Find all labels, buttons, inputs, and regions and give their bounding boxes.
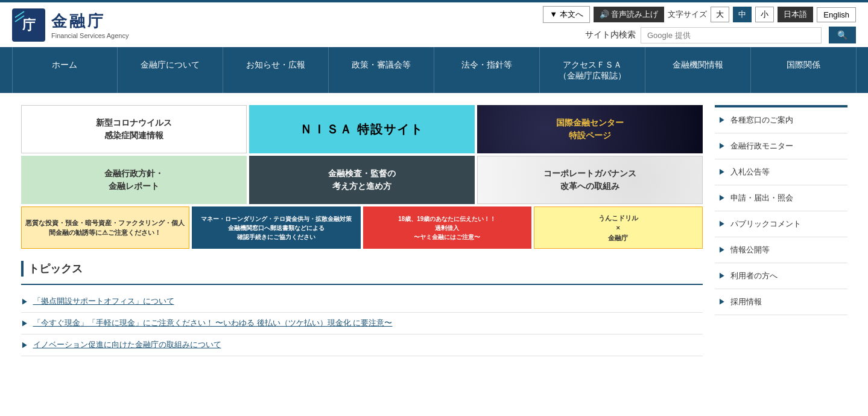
nav-policy[interactable]: 政策・審議会等 <box>329 47 434 93</box>
banner-money[interactable]: マネー・ローンダリング・テロ資金供与・拡散金融対策金融機関窓口へ郵送書類などによ… <box>192 206 361 249</box>
sidebar-arrow-6: ▶ <box>718 271 726 281</box>
banner-nisa[interactable]: ＮＩＳＡ 特設サイト <box>249 105 475 153</box>
sidebar-arrow-7: ▶ <box>718 297 726 307</box>
banner-corporate[interactable]: コーポレートガバナンス改革への取組み <box>477 156 703 204</box>
banner-kinyu-hoshin[interactable]: 金融行政方針・金融レポート <box>21 156 247 204</box>
sidebar-item-public-comment[interactable]: ▶ パブリックコメント <box>715 211 847 237</box>
banner-kashisugiri[interactable]: 18歳、19歳のあなたに伝えたい！！過剰借入〜ヤミ金融にはご注意〜 <box>363 206 532 249</box>
search-input-wrap <box>641 27 824 43</box>
nav-international[interactable]: 国際関係 <box>751 47 857 93</box>
nav-financial-info[interactable]: 金融機関情報 <box>645 47 751 93</box>
topic-arrow-2: ▶ <box>21 341 28 351</box>
nav-home[interactable]: ホーム <box>12 47 118 93</box>
banner-corona[interactable]: 新型コロナウイルス感染症関連情報 <box>21 105 247 153</box>
nav-about[interactable]: 金融庁について <box>118 47 223 93</box>
topic-item-0[interactable]: ▶ 「拠点開設サポートオフィス」について <box>21 291 703 313</box>
logo-area: 庁 金融庁 Financial Services Agency <box>12 8 128 42</box>
logo-title: 金融庁 <box>51 11 128 32</box>
nav-inner: ホーム 金融庁について お知らせ・広報 政策・審議会等 法令・指針等 アクセスＦ… <box>12 47 857 93</box>
logo-subtitle: Financial Services Agency <box>51 32 128 39</box>
sidebar-label-4: パブリックコメント <box>730 219 801 229</box>
onsei-button[interactable]: 🔊 音声読み上げ <box>594 7 665 22</box>
top-section: 庁 金融庁 Financial Services Agency ▼ 本文へ 🔊 … <box>0 2 868 47</box>
banner-kokusai[interactable]: 国際金融センター特設ページ <box>477 105 703 153</box>
banner-row1: 新型コロナウイルス感染症関連情報 ＮＩＳＡ 特設サイト 国際金融センター特設ペー… <box>21 105 703 153</box>
font-small-button[interactable]: 小 <box>755 7 774 22</box>
sidebar-label-1: 金融行政モニター <box>730 141 793 152</box>
main-content: 新型コロナウイルス感染症関連情報 ＮＩＳＡ 特設サイト 国際金融センター特設ペー… <box>12 93 857 368</box>
sidebar-arrow-3: ▶ <box>718 193 726 203</box>
sidebar-item-saiyou[interactable]: ▶ 採用情報 <box>715 289 847 315</box>
topic-arrow-1: ▶ <box>21 319 28 329</box>
sidebar-arrow-5: ▶ <box>718 245 726 255</box>
topic-link-0[interactable]: 「拠点開設サポートオフィス」について <box>33 296 174 307</box>
sidebar-arrow-1: ▶ <box>718 141 726 152</box>
logo-icon: 庁 <box>12 8 45 42</box>
sidebar-label-3: 申請・届出・照会 <box>730 193 793 203</box>
banner-row2: 金融行政方針・金融レポート 金融検査・監督の考え方と進め方 コーポレートガバナン… <box>21 156 703 204</box>
sidebar-arrow-4: ▶ <box>718 219 726 229</box>
topics-title: トピックス <box>28 261 83 276</box>
sidebar-item-nyusatsu[interactable]: ▶ 入札公告等 <box>715 159 847 185</box>
sidebar-label-5: 情報公開等 <box>730 245 770 255</box>
search-input[interactable] <box>641 27 822 43</box>
nav-law[interactable]: 法令・指針等 <box>434 47 540 93</box>
topics-section: トピックス ▶ 「拠点開設サポートオフィス」について ▶ 「今すぐ現金」「手軽に… <box>21 261 703 356</box>
topic-item-1[interactable]: ▶ 「今すぐ現金」「手軽に現金」にご注意ください！ 〜いわゆる 後払い（ツケ払い… <box>21 313 703 334</box>
nav-bar: ホーム 金融庁について お知らせ・広報 政策・審議会等 法令・指針等 アクセスＦ… <box>0 47 868 93</box>
search-label: サイト内検索 <box>585 30 636 40</box>
sidebar-arrow-0: ▶ <box>718 115 726 126</box>
search-button[interactable]: 🔍 <box>829 27 856 43</box>
banner-kensa[interactable]: 金融検査・監督の考え方と進め方 <box>249 156 475 204</box>
sidebar-label-6: 利用者の方へ <box>730 270 778 281</box>
sidebar-label-0: 各種窓口のご案内 <box>730 115 793 126</box>
nav-news[interactable]: お知らせ・広報 <box>223 47 329 93</box>
topic-item-2[interactable]: ▶ イノベーション促進に向けた金融庁の取組みについて <box>21 334 703 356</box>
sidebar-label-2: 入札公告等 <box>730 167 770 178</box>
banner-row3: 悪質な投資・預金・暗号資産・ファクタリング・個人間金融の勧誘等に⚠ご注意ください… <box>21 206 703 249</box>
topics-title-bar <box>21 261 24 277</box>
topic-link-1[interactable]: 「今すぐ現金」「手軽に現金」にご注意ください！ 〜いわゆる 後払い（ツケ払い）現… <box>33 318 393 328</box>
lang-ja-button[interactable]: 日本語 <box>778 7 813 22</box>
sidebar-arrow-2: ▶ <box>718 167 726 178</box>
sidebar-item-joho-kokai[interactable]: ▶ 情報公開等 <box>715 237 847 263</box>
sidebar-item-riyosha[interactable]: ▶ 利用者の方へ <box>715 263 847 289</box>
sidebar-item-monitor[interactable]: ▶ 金融行政モニター <box>715 133 847 159</box>
nav-access-fsa[interactable]: アクセスＦＳＡ（金融庁広報誌） <box>540 47 645 93</box>
topic-arrow-0: ▶ <box>21 297 28 307</box>
sidebar-label-7: 採用情報 <box>730 296 762 307</box>
topic-link-2[interactable]: イノベーション促進に向けた金融庁の取組みについて <box>33 339 221 350</box>
topics-divider <box>21 284 703 285</box>
banner-unko[interactable]: うんこドリル×金融庁 <box>534 206 703 249</box>
font-size-label: 文字サイズ <box>668 9 707 20</box>
font-mid-button[interactable]: 中 <box>733 7 752 22</box>
svg-text:庁: 庁 <box>22 18 36 33</box>
sidebar-right: ▶ 各種窓口のご案内 ▶ 金融行政モニター ▶ 入札公告等 ▶ 申請・届出・照会… <box>715 105 847 356</box>
sidebar-item-shinsei[interactable]: ▶ 申請・届出・照会 <box>715 185 847 211</box>
banner-warui[interactable]: 悪質な投資・預金・暗号資産・ファクタリング・個人間金融の勧誘等に⚠ご注意ください… <box>21 206 190 249</box>
content-left: 新型コロナウイルス感染症関連情報 ＮＩＳＡ 特設サイト 国際金融センター特設ペー… <box>21 105 703 356</box>
sidebar-item-madoguchi[interactable]: ▶ 各種窓口のご案内 <box>715 107 847 133</box>
font-large-button[interactable]: 大 <box>711 7 729 22</box>
honbun-button[interactable]: ▼ 本文へ <box>543 6 589 23</box>
lang-en-button[interactable]: English <box>817 7 856 22</box>
